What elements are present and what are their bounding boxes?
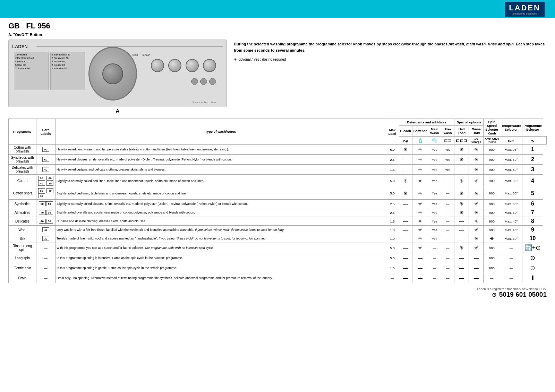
max-load-cell: 5.0 [386,145,399,155]
rinse-hold-cell: — [469,273,484,283]
main-wash-cell: Yes [428,226,441,234]
max-load-cell: 5.0 [386,243,399,253]
prog-selector-cell: 8 [522,217,543,226]
notes-cell: Curtains and delicate clothing, dresses … [56,217,386,226]
model-number: FL 956 [26,21,50,30]
temperature-cell: Max. 60° [500,208,522,217]
notes-cell: Slightly soiled bed linen, table linen a… [56,187,386,200]
center-panel: 2 Electrowash 45 3 Glassware 50 4 Normal… [50,52,85,90]
bleach-cell: ✳ [399,175,412,187]
notes-cell: Drain only - no spinning. Alternative me… [56,273,386,283]
brand-logo: LADEN [509,3,540,12]
prog-selector-cell: 4 [522,175,543,187]
section-a-label: A. "On/Off" Button [8,33,547,37]
pre-wash-cell: Yes [441,145,454,155]
max-load-cell: 2.5 [386,155,399,165]
main-content: GB FL 956 A. "On/Off" Button LADEN 1 Pre… [0,18,555,303]
temperature-cell: Max. 95° [500,145,522,155]
main-wash-cell: Yes [428,145,441,155]
rinse-hold-cell: ✳ [469,145,484,155]
prog-name: All textiles [9,208,36,217]
notes-cell: In this programme spinning is intensive.… [56,253,386,263]
bleach-cell: — [399,273,412,283]
notes-cell: Slightly to normally soiled bed linen, t… [56,175,386,187]
half-load-cell: — [454,165,469,175]
temperature-cell: Max. 60° [500,155,522,165]
spin-speed-cell: 900 [484,243,500,253]
description-text: During the selected washing programme th… [234,41,547,53]
care-label: — [36,253,56,263]
rinse-hold-cell: ✳ [469,234,484,243]
table-row: Cotton with prewash 95 Heavily soiled, l… [9,145,547,155]
spin-knob [168,59,181,72]
knob-area: Temp Prewash [132,54,150,58]
col-main-wash: Main Wash [428,125,441,136]
prog-selector-cell: 🔄+⊙ [522,243,543,253]
main-wash-cell: — [428,263,441,273]
prog-selector-cell: 5 [522,187,543,200]
max-load-cell: 1.5 [386,217,399,226]
temperature-cell: Max. 60° [500,187,522,200]
max-load-cell: — [386,273,399,283]
table-row: Delicates 4030 Curtains and delicate clo… [9,217,547,226]
pre-wash-cell: Yes [441,155,454,165]
care-label: 60 [36,155,56,165]
max-load-cell: 5.0 [386,187,399,200]
rinse-hold-cell: ✳ [469,200,484,208]
knob-labels: Wash|Air Dry|Rinse [193,101,216,103]
max-load-cell: 2.5 [386,208,399,217]
table-row: Synthetics 6050 Slightly to normally soi… [9,200,547,208]
temperature-cell: — [500,263,522,273]
prog-selector-cell: 7 [522,208,543,217]
care-label: — [36,273,56,283]
prog-selector-cell: 6 [522,200,543,208]
country-code: GB [8,21,20,30]
col-programme: Programme [9,119,36,145]
spin-speed-cell: 900 [484,217,500,226]
max-load-cell: 2.5 [386,200,399,208]
col-max-load: Max Load [386,119,399,145]
bleach-cell: — [399,165,412,175]
half-load-cell: ✳ [454,175,469,187]
bleach-cell: — [399,200,412,208]
prog-name: Cotton short [9,187,36,200]
page-title: GB FL 956 [8,21,547,31]
softener-cell: ✳ [412,145,428,155]
spin-speed-cell: 900 [484,253,500,263]
pre-wash-cell: — [441,175,454,187]
washer-brand-label: LADEN [12,44,28,49]
description-panel: During the selected washing programme th… [234,40,547,61]
max-load-cell: 1.0 [386,234,399,243]
prog-selector-cell: 2 [522,155,543,165]
spin-speed-cell: 900 [484,226,500,234]
care-label: 30 [36,234,56,243]
main-wash-cell: Yes [428,234,441,243]
part-number: ⊙ 5019 601 05001 [477,291,547,298]
softener-cell: — [412,273,428,283]
prog-selector-cell: ⬇ [522,273,543,283]
pre-wash-cell: — [441,226,454,234]
rinse-hold-cell: ✳ [469,155,484,165]
main-wash-cell: Yes [428,208,441,217]
arret-cuve-header: Arrêt Cuve Pleine [484,137,500,145]
table-row: Silk 30 Textiles made of linen, silk, wo… [9,234,547,243]
temperature-cell: — [500,273,522,283]
bleach-icon-header: 🧴 [412,137,428,145]
notes-cell: Heavily soiled blouses, shirts, overalls… [56,155,386,165]
prog-name: Delicates with prewash [9,165,36,175]
table-row: Rinse + long spin — With this programme … [9,243,547,253]
optional-note: ✳: optional / Yes : dosing required [234,58,547,61]
spin-speed-cell: 900 [484,155,500,165]
notes-cell: Only woollens with a felt-free finish, l… [56,226,386,234]
half-load-cell: ✳ [454,200,469,208]
prog-name: Long spin [9,253,36,263]
half-load-cell: ✳ [454,243,469,253]
col-wash-type: Type of wash/Notes [56,119,386,145]
notes-cell: Slightly to normally soiled blouses, shi… [56,200,386,208]
care-label: 40 [36,165,56,175]
prog-selector-cell: 3 [522,165,543,175]
softener-cell: ✳ [412,200,428,208]
temperature-cell: Max. 40° [500,165,522,175]
pre-wash-cell: — [441,187,454,200]
washer-line [36,46,223,47]
